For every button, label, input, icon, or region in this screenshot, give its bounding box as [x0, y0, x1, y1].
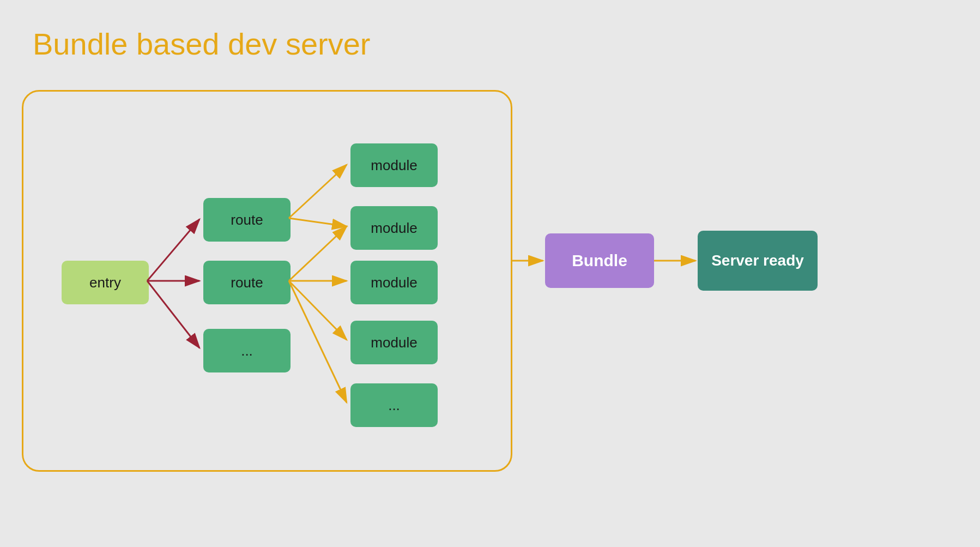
entry-node: entry	[62, 261, 149, 304]
route2-node: route	[203, 261, 291, 304]
module2-node: module	[350, 206, 438, 250]
bundle-node: Bundle	[545, 233, 654, 288]
server-ready-node: Server ready	[698, 231, 818, 291]
module3-node: module	[350, 261, 438, 304]
module1-node: module	[350, 143, 438, 187]
route1-node: route	[203, 198, 291, 242]
module-dots-node: ...	[350, 383, 438, 427]
module4-node: module	[350, 321, 438, 364]
page-title: Bundle based dev server	[33, 26, 371, 62]
bundle-box: entry route route ... module module modu…	[22, 90, 512, 472]
route-dots-node: ...	[203, 329, 291, 372]
